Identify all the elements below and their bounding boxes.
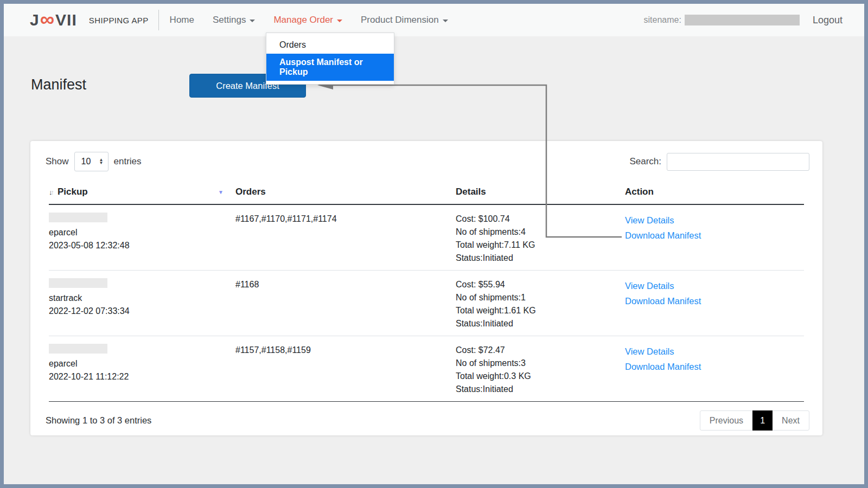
logo-letter-j: J: [30, 11, 40, 29]
carrier-name: eparcel: [49, 226, 235, 239]
detail-shipments: No of shipments:4: [456, 226, 625, 239]
column-header-orders-label: Orders: [235, 187, 266, 197]
table-row: eparcel 2022-10-21 11:12:22 #1157,#1158,…: [49, 336, 804, 401]
manifest-table-card: Show 10 ▲ ▼ entries Search: ↓↑ Pi: [30, 141, 822, 435]
pickup-redacted-value: [49, 213, 107, 222]
column-header-details-label: Details: [456, 187, 486, 197]
orders-cell: #1168: [235, 278, 456, 330]
entries-label: entries: [114, 156, 142, 167]
detail-weight: Total weight:0.3 KG: [456, 370, 625, 383]
caret-down-icon: [443, 20, 448, 22]
sitename-label: sitename:: [644, 15, 681, 25]
sitename-redacted-value: [685, 15, 800, 25]
detail-status: Status:Initiated: [456, 317, 625, 330]
detail-shipments: No of shipments:1: [456, 291, 625, 304]
pickup-datetime: 2022-10-21 11:12:22: [49, 370, 235, 383]
column-filter-triangle-icon: ▼: [218, 189, 224, 195]
pickup-redacted-value: [49, 344, 107, 354]
nav-divider: [158, 10, 159, 30]
app-name: SHIPPING APP: [89, 16, 149, 25]
nav-item-home-label: Home: [170, 15, 194, 25]
download-manifest-link[interactable]: Download Manifest: [625, 228, 804, 243]
entries-select[interactable]: 10 ▲ ▼: [74, 152, 108, 171]
column-header-action[interactable]: Action: [625, 187, 804, 197]
infinity-icon: ∞: [40, 9, 55, 29]
nav-right: sitename: Logout: [644, 15, 843, 26]
joovii-logo: J∞VII: [30, 10, 77, 30]
entries-select-value: 10: [81, 157, 91, 166]
nav-item-settings[interactable]: Settings: [213, 15, 255, 25]
search-control: Search:: [629, 153, 809, 171]
search-label: Search:: [629, 156, 661, 167]
detail-status: Status:Initiated: [456, 252, 625, 265]
table-header-row: ↓↑ Pickup ▼ Orders Details Action: [49, 180, 804, 205]
detail-status: Status:Initiated: [456, 383, 625, 396]
previous-page-button[interactable]: Previous: [700, 410, 753, 431]
dropdown-item-orders[interactable]: Orders: [266, 36, 394, 54]
pagination: Previous 1 Next: [700, 410, 809, 431]
navbar: J∞VII SHIPPING APP Home Settings Manage …: [4, 4, 864, 36]
pickup-cell: eparcel 2023-05-08 12:32:48: [49, 213, 235, 265]
action-cell: View Details Download Manifest: [625, 278, 804, 330]
column-header-action-label: Action: [625, 187, 654, 197]
pickup-redacted-value: [49, 278, 107, 288]
column-header-orders[interactable]: Orders: [235, 187, 456, 197]
page-title: Manifest: [31, 76, 86, 93]
dropdown-item-auspost-manifest[interactable]: Auspost Manifest or Pickup: [266, 54, 394, 81]
nav-links: Home Settings Manage Order Product Dimen…: [170, 15, 448, 25]
pickup-datetime: 2022-12-02 07:33:34: [49, 305, 235, 318]
stepper-down-icon: ▼: [99, 162, 104, 165]
entries-summary: Showing 1 to 3 of 3 entries: [46, 415, 151, 426]
logo-letters-vii: VII: [55, 11, 77, 29]
action-cell: View Details Download Manifest: [625, 213, 804, 265]
search-input[interactable]: [667, 153, 809, 171]
table-footer: Showing 1 to 3 of 3 entries Previous 1 N…: [30, 402, 822, 431]
pickup-cell: startrack 2022-12-02 07:33:34: [49, 278, 235, 330]
caret-down-icon: [250, 20, 255, 22]
column-header-details[interactable]: Details: [456, 187, 625, 197]
detail-cost: Cost: $100.74: [456, 213, 625, 226]
details-cell: Cost: $100.74 No of shipments:4 Total we…: [456, 213, 625, 265]
detail-weight: Total weight:7.11 KG: [456, 239, 625, 252]
detail-weight: Total weight:1.61 KG: [456, 304, 625, 317]
detail-shipments: No of shipments:3: [456, 357, 625, 370]
carrier-name: startrack: [49, 292, 235, 305]
column-header-pickup-label: Pickup: [58, 187, 88, 197]
nav-item-manage-order[interactable]: Manage Order: [273, 15, 342, 25]
view-details-link[interactable]: View Details: [625, 344, 804, 359]
next-page-button[interactable]: Next: [772, 410, 809, 431]
sort-up-arrow-icon: ↑: [51, 188, 53, 196]
table-row: startrack 2022-12-02 07:33:34 #1168 Cost…: [49, 270, 804, 336]
carrier-name: eparcel: [49, 357, 235, 370]
nav-item-manage-order-label: Manage Order: [273, 15, 333, 25]
page-number-button[interactable]: 1: [752, 410, 773, 431]
table-row: eparcel 2023-05-08 12:32:48 #1167,#1170,…: [49, 205, 804, 270]
app-window: J∞VII SHIPPING APP Home Settings Manage …: [0, 0, 868, 488]
download-manifest-link[interactable]: Download Manifest: [625, 293, 804, 309]
action-cell: View Details Download Manifest: [625, 344, 804, 396]
details-cell: Cost: $55.94 No of shipments:1 Total wei…: [456, 278, 625, 330]
manifest-table: ↓↑ Pickup ▼ Orders Details Action e: [49, 180, 804, 402]
nav-item-home[interactable]: Home: [170, 15, 194, 25]
logout-link[interactable]: Logout: [813, 15, 843, 26]
download-manifest-link[interactable]: Download Manifest: [625, 359, 804, 374]
nav-item-product-dimension-label: Product Dimension: [361, 15, 439, 25]
caret-down-icon: [337, 20, 342, 22]
entries-control: Show 10 ▲ ▼ entries: [46, 152, 142, 171]
details-cell: Cost: $72.47 No of shipments:3 Total wei…: [456, 344, 625, 396]
table-controls: Show 10 ▲ ▼ entries Search:: [30, 141, 822, 171]
manage-order-dropdown-menu: Orders Auspost Manifest or Pickup: [266, 33, 394, 85]
view-details-link[interactable]: View Details: [625, 278, 804, 293]
nav-item-product-dimension[interactable]: Product Dimension: [361, 15, 448, 25]
pickup-datetime: 2023-05-08 12:32:48: [49, 239, 235, 252]
pickup-cell: eparcel 2022-10-21 11:12:22: [49, 344, 235, 396]
detail-cost: Cost: $55.94: [456, 278, 625, 291]
view-details-link[interactable]: View Details: [625, 213, 804, 228]
detail-cost: Cost: $72.47: [456, 344, 625, 357]
orders-cell: #1167,#1170,#1171,#1174: [235, 213, 456, 265]
column-header-pickup[interactable]: ↓↑ Pickup ▼: [49, 187, 235, 197]
sort-icon: ↓↑: [49, 188, 53, 196]
show-label: Show: [46, 156, 69, 167]
orders-cell: #1157,#1158,#1159: [235, 344, 456, 396]
select-arrows-icon: ▲ ▼: [99, 158, 104, 165]
